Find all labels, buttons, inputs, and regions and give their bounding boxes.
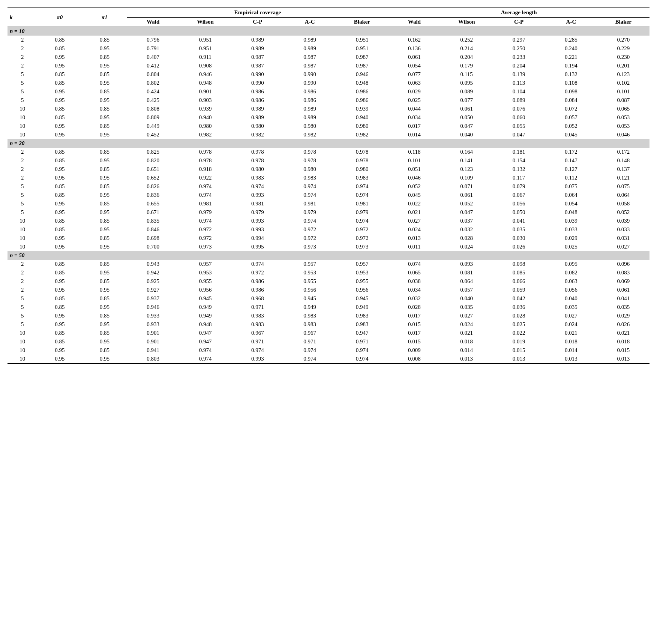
- table-cell: 0.803: [127, 355, 179, 364]
- table-cell: 0.141: [441, 156, 493, 165]
- table-cell: 0.029: [388, 87, 440, 96]
- table-cell: 0.980: [231, 165, 284, 174]
- table-cell: 0.113: [493, 79, 545, 87]
- table-cell: 0.85: [38, 182, 82, 191]
- table-cell: 0.230: [597, 53, 650, 61]
- table-row: 100.950.850.4490.9800.9800.9800.9800.017…: [8, 122, 650, 130]
- table-cell: 0.065: [597, 105, 650, 113]
- table-cell: 0.095: [441, 79, 493, 87]
- table-cell: 0.989: [231, 113, 284, 122]
- table-cell: 0.027: [388, 217, 440, 225]
- table-cell: 0.974: [284, 191, 336, 199]
- table-cell: 0.127: [545, 165, 597, 174]
- table-cell: 0.979: [231, 208, 284, 217]
- table-cell: 0.017: [388, 312, 440, 320]
- table-cell: 0.972: [179, 234, 231, 243]
- table-cell: 0.407: [127, 53, 179, 61]
- table-cell: 0.967: [284, 329, 336, 337]
- table-cell: 0.947: [336, 329, 388, 337]
- table-cell: 0.067: [493, 191, 545, 199]
- table-cell: 0.009: [388, 346, 440, 355]
- table-cell: 0.027: [597, 243, 650, 251]
- table-cell: 0.013: [597, 355, 650, 364]
- table-cell: 0.018: [597, 337, 650, 346]
- table-cell: 0.040: [441, 130, 493, 139]
- table-cell: 2: [8, 260, 38, 268]
- table-cell: 0.031: [597, 234, 650, 243]
- table-cell: 0.95: [82, 174, 127, 182]
- table-cell: 0.079: [493, 182, 545, 191]
- table-cell: 0.978: [284, 148, 336, 156]
- table-cell: 0.85: [82, 329, 127, 337]
- table-cell: 0.948: [179, 320, 231, 329]
- table-cell: 0.117: [493, 174, 545, 182]
- table-cell: 0.901: [179, 87, 231, 96]
- table-cell: 0.989: [284, 44, 336, 53]
- table-cell: 0.027: [441, 312, 493, 320]
- table-cell: 0.974: [231, 346, 284, 355]
- table-cell: 0.095: [545, 260, 597, 268]
- table-cell: 0.974: [179, 346, 231, 355]
- table-cell: 0.974: [336, 346, 388, 355]
- table-cell: 0.940: [336, 113, 388, 122]
- table-cell: 0.011: [388, 243, 440, 251]
- table-cell: 0.85: [82, 36, 127, 44]
- table-cell: 0.85: [82, 105, 127, 113]
- table-cell: 0.108: [545, 79, 597, 87]
- table-row: 100.950.950.7000.9730.9950.9730.9730.011…: [8, 243, 650, 251]
- table-cell: 0.95: [38, 53, 82, 61]
- table-cell: 0.791: [127, 44, 179, 53]
- table-cell: 0.172: [597, 148, 650, 156]
- table-cell: 0.85: [82, 199, 127, 208]
- table-cell: 0.85: [38, 70, 82, 79]
- table-cell: 0.978: [284, 156, 336, 165]
- table-cell: 0.85: [82, 260, 127, 268]
- table-cell: 0.270: [597, 36, 650, 44]
- table-cell: 0.022: [493, 329, 545, 337]
- table-cell: 0.987: [336, 53, 388, 61]
- table-cell: 2: [8, 174, 38, 182]
- table-cell: 0.947: [179, 337, 231, 346]
- table-cell: 0.85: [38, 79, 82, 87]
- table-cell: 0.221: [545, 53, 597, 61]
- table-cell: 0.85: [38, 329, 82, 337]
- table-cell: 0.911: [179, 53, 231, 61]
- table-cell: 0.056: [545, 286, 597, 294]
- table-cell: 0.949: [179, 303, 231, 312]
- table-cell: 0.029: [597, 312, 650, 320]
- table-cell: 0.983: [284, 312, 336, 320]
- table-cell: 0.95: [82, 303, 127, 312]
- table-row: 50.850.850.9370.9450.9680.9450.9450.0320…: [8, 294, 650, 303]
- cp-al-header: C-P: [493, 18, 545, 27]
- table-cell: 0.052: [441, 199, 493, 208]
- table-cell: 0.955: [336, 277, 388, 286]
- table-cell: 0.95: [38, 165, 82, 174]
- table-cell: 0.154: [493, 156, 545, 165]
- table-cell: 0.95: [82, 243, 127, 251]
- table-cell: 0.118: [388, 148, 440, 156]
- table-cell: 0.072: [545, 105, 597, 113]
- table-cell: 0.95: [38, 199, 82, 208]
- table-cell: 0.939: [179, 105, 231, 113]
- table-cell: 0.971: [231, 337, 284, 346]
- table-cell: 0.85: [82, 346, 127, 355]
- table-cell: 0.85: [38, 105, 82, 113]
- table-cell: 0.132: [493, 165, 545, 174]
- table-row: 50.850.850.8040.9460.9900.9900.9460.0770…: [8, 70, 650, 79]
- table-cell: 0.974: [336, 182, 388, 191]
- table-cell: 0.946: [336, 70, 388, 79]
- table-cell: 0.055: [493, 122, 545, 130]
- table-cell: 10: [8, 105, 38, 113]
- table-cell: 0.85: [38, 294, 82, 303]
- table-cell: 0.949: [179, 312, 231, 320]
- ac-ec-header: A-C: [284, 18, 336, 27]
- table-row: 20.850.950.8200.9780.9780.9780.9780.1010…: [8, 156, 650, 165]
- table-cell: 5: [8, 191, 38, 199]
- table-cell: 0.95: [82, 79, 127, 87]
- table-cell: 0.982: [284, 130, 336, 139]
- table-cell: 10: [8, 122, 38, 130]
- table-cell: 0.948: [179, 79, 231, 87]
- table-row: 100.950.850.9410.9740.9740.9740.9740.009…: [8, 346, 650, 355]
- table-cell: 0.951: [336, 36, 388, 44]
- table-row: 20.850.950.7910.9510.9890.9890.9510.1360…: [8, 44, 650, 53]
